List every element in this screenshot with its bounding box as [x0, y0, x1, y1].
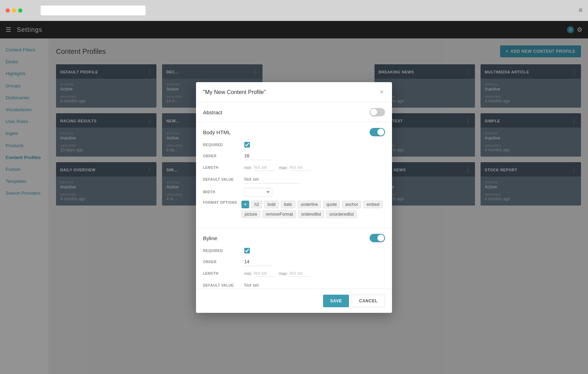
browser-chrome: ≡: [0, 0, 588, 21]
order-label: ORDER: [203, 260, 241, 264]
modal-footer: SAVE CANCEL: [196, 289, 392, 313]
toggle-thumb: [377, 235, 384, 242]
format-tag-h2[interactable]: h2: [251, 201, 262, 208]
section-title-body-html: Body HTML: [203, 129, 231, 135]
toggle-track: [370, 108, 385, 116]
format-add-button[interactable]: +: [241, 201, 249, 208]
format-options-label: FORMAT OPTIONS: [203, 201, 241, 204]
save-button[interactable]: SAVE: [323, 295, 349, 307]
max-value: Not set: [289, 270, 310, 277]
length-max: max: Not set: [279, 270, 310, 277]
browser-dots: [6, 8, 22, 13]
body-html-toggle[interactable]: [370, 128, 385, 136]
modal-close-button[interactable]: ×: [378, 88, 385, 96]
format-tag-unorderedlist[interactable]: unorderedlist: [326, 210, 357, 218]
length-row: LENGTH min: Not set max: Not set: [203, 164, 385, 171]
format-tags: + h2 bold italic underline quote anchor …: [241, 201, 385, 218]
width-label: WIDTH: [203, 190, 241, 194]
byline-required-checkbox[interactable]: [244, 248, 250, 253]
url-bar[interactable]: [41, 6, 146, 15]
format-tag-removeformat[interactable]: removeFormat: [262, 210, 296, 218]
section-header-body-html: Body HTML: [203, 128, 385, 136]
min-label: min:: [244, 271, 252, 276]
max-value: Not set: [289, 164, 310, 171]
maximize-dot[interactable]: [18, 8, 22, 13]
toggle-thumb-on: [377, 129, 384, 136]
section-byline: Byline REQUIRED ORDER: [196, 228, 392, 289]
byline-default-value-input[interactable]: [244, 281, 300, 289]
byline-default-value-row: DEFAULT VALUE: [203, 281, 385, 289]
max-label: max:: [279, 271, 288, 276]
modal-title: "My New Content Profile": [203, 89, 266, 95]
format-options-row: FORMAT OPTIONS + h2 bold italic underlin…: [203, 201, 385, 218]
default-value-row: DEFAULT VALUE: [203, 175, 385, 184]
section-header-abstract: Abstract: [203, 108, 385, 116]
browser-menu-icon[interactable]: ≡: [579, 7, 582, 14]
max-label: max:: [279, 165, 288, 170]
byline-toggle[interactable]: [370, 234, 385, 242]
min-label: min:: [244, 165, 252, 170]
default-value-input[interactable]: [244, 175, 300, 184]
format-tag-orderedlist[interactable]: orderedlist: [298, 210, 324, 218]
format-tag-bold[interactable]: bold: [264, 201, 279, 208]
toggle-track: [370, 234, 385, 242]
order-row: ORDER: [203, 152, 385, 160]
length-max: max: Not set: [279, 164, 310, 171]
section-title-byline: Byline: [203, 235, 217, 241]
required-row: REQUIRED: [203, 142, 385, 148]
default-value-label: DEFAULT VALUE: [203, 178, 241, 181]
byline-order-input[interactable]: [244, 258, 272, 266]
section-title-abstract: Abstract: [203, 109, 222, 115]
byline-length-row: LENGTH min: Not set max: Not set: [203, 270, 385, 277]
format-tag-italic[interactable]: italic: [281, 201, 295, 208]
width-row: WIDTH: [203, 188, 385, 196]
modal-header: "My New Content Profile" ×: [196, 82, 392, 102]
modal-overlay: "My New Content Profile" × Abstract: [0, 21, 588, 374]
format-tag-picture[interactable]: picture: [241, 210, 260, 218]
format-tag-quote[interactable]: quote: [323, 201, 340, 208]
default-value-label: DEFAULT VALUE: [203, 283, 241, 287]
length-group: min: Not set max: Not set: [244, 164, 310, 171]
modal-body: Abstract Body HTML: [196, 102, 392, 289]
byline-required-row: REQUIRED: [203, 248, 385, 253]
length-min: min: Not set: [244, 164, 275, 171]
length-group: min: Not set max: Not set: [244, 270, 310, 277]
section-header-byline: Byline: [203, 234, 385, 242]
required-label: REQUIRED: [203, 249, 241, 253]
format-tag-underline[interactable]: underline: [298, 201, 321, 208]
byline-order-row: ORDER: [203, 258, 385, 266]
abstract-toggle[interactable]: [370, 108, 385, 116]
format-tag-embed[interactable]: embed: [363, 201, 383, 208]
modal-dialog: "My New Content Profile" × Abstract: [196, 82, 392, 313]
order-label: ORDER: [203, 154, 241, 158]
byline-content: REQUIRED ORDER LENGTH min: Not set: [203, 248, 385, 289]
toggle-track-on: [370, 128, 385, 136]
minimize-dot[interactable]: [12, 8, 16, 13]
required-checkbox[interactable]: [244, 142, 250, 148]
section-body-html: Body HTML REQUIRED ORDER: [196, 122, 392, 228]
min-value: Not set: [254, 270, 275, 277]
width-select[interactable]: [244, 188, 272, 196]
body-html-content: REQUIRED ORDER LENGTH min: Not set: [203, 142, 385, 218]
close-dot[interactable]: [6, 8, 10, 13]
length-label: LENGTH: [203, 166, 241, 170]
required-label: REQUIRED: [203, 143, 241, 147]
section-abstract: Abstract: [196, 102, 392, 122]
order-input[interactable]: [244, 152, 272, 160]
length-label: LENGTH: [203, 272, 241, 275]
format-tag-anchor[interactable]: anchor: [342, 201, 361, 208]
toggle-thumb: [370, 109, 377, 116]
cancel-button[interactable]: CANCEL: [352, 295, 385, 307]
min-value: Not set: [254, 164, 275, 171]
length-min: min: Not set: [244, 270, 275, 277]
